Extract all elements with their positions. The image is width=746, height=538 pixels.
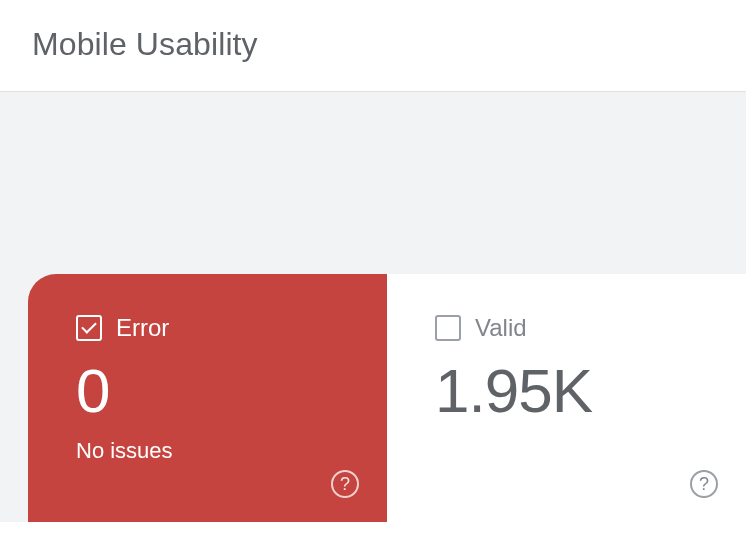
page-header: Mobile Usability — [0, 0, 746, 92]
error-card-label: Error — [116, 314, 169, 342]
checkbox-unchecked-icon — [435, 315, 461, 341]
valid-card-header: Valid — [435, 314, 746, 342]
error-card[interactable]: Error 0 No issues — [28, 274, 387, 522]
error-card-value: 0 — [76, 360, 387, 422]
help-icon[interactable] — [331, 470, 359, 498]
valid-card[interactable]: Valid 1.95K — [387, 274, 746, 522]
error-card-subtext: No issues — [76, 438, 387, 464]
content-area: Error 0 No issues Valid 1.95K — [0, 92, 746, 522]
page-title: Mobile Usability — [32, 26, 746, 63]
error-card-header: Error — [76, 314, 387, 342]
status-cards-row: Error 0 No issues Valid 1.95K — [28, 274, 746, 522]
valid-card-label: Valid — [475, 314, 527, 342]
valid-card-value: 1.95K — [435, 360, 746, 422]
checkbox-checked-icon — [76, 315, 102, 341]
help-icon[interactable] — [690, 470, 718, 498]
